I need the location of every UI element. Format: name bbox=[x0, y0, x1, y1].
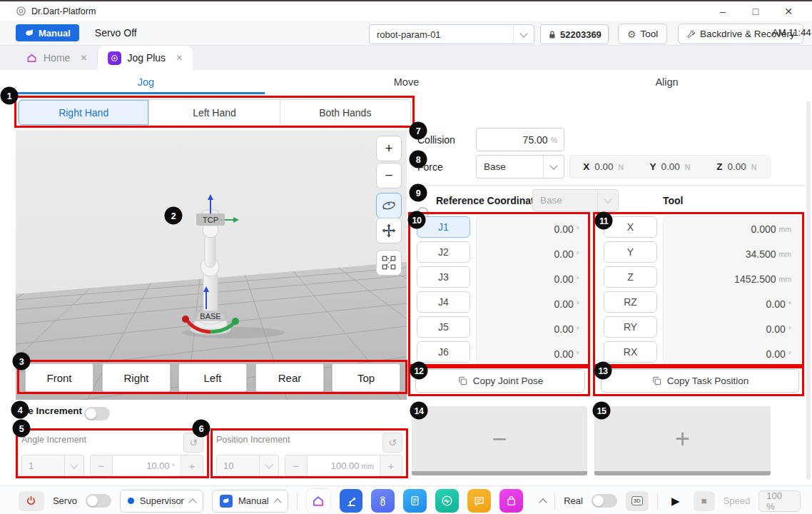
angle-increment-button[interactable]: + bbox=[181, 455, 203, 476]
task-z-button[interactable]: Z bbox=[604, 266, 657, 288]
joint-j4-value: 0.00° bbox=[477, 291, 588, 316]
safety-password-box[interactable]: 52203369 bbox=[540, 24, 609, 44]
jog-plus-pad[interactable]: + bbox=[594, 406, 771, 475]
robot-mode-select[interactable]: Manual bbox=[212, 490, 288, 513]
position-reset-button[interactable]: ↺ bbox=[382, 433, 402, 453]
task-rz-button[interactable]: RZ bbox=[604, 291, 657, 313]
collision-input[interactable]: 75.00 % bbox=[476, 128, 564, 151]
gear-icon: ⚙ bbox=[627, 29, 636, 40]
message-app-icon[interactable] bbox=[467, 489, 491, 513]
minimize-button[interactable]: – bbox=[706, 2, 739, 21]
scrollbar[interactable] bbox=[806, 101, 811, 480]
chat-bubble-icon bbox=[472, 494, 486, 508]
jog-plus-icon bbox=[108, 51, 121, 65]
chevron-down-icon bbox=[604, 195, 611, 203]
view-front-button[interactable]: Front bbox=[25, 363, 93, 392]
zoom-in-button[interactable]: + bbox=[376, 136, 402, 161]
task-rx-button[interactable]: RX bbox=[604, 341, 657, 363]
top-toolbar: Manual Servo Off robot-param-01 52203369… bbox=[0, 21, 812, 46]
view-top-button[interactable]: Top bbox=[332, 363, 400, 392]
robot-3d-viewport[interactable]: TCP BASE + − bbox=[16, 130, 407, 400]
manual-mode-button[interactable]: Manual bbox=[16, 24, 79, 41]
user-role-select[interactable]: Supervisor bbox=[120, 490, 203, 513]
power-button[interactable] bbox=[19, 491, 44, 511]
joint-j2-button[interactable]: J2 bbox=[417, 241, 470, 263]
view-right-button[interactable]: Right bbox=[102, 363, 171, 392]
orbit-tool-button[interactable] bbox=[376, 193, 402, 218]
joint-j4-button[interactable]: J4 bbox=[417, 291, 470, 313]
view-left-button[interactable]: Left bbox=[178, 363, 247, 392]
tab-home[interactable]: Home ✕ bbox=[16, 46, 97, 70]
nav-tab-move[interactable]: Move bbox=[276, 70, 537, 94]
orbit-icon bbox=[381, 198, 397, 213]
base-label: BASE bbox=[200, 312, 220, 321]
joint-j1-button[interactable]: J1 bbox=[417, 216, 470, 238]
task-z-value: 1452.500mm bbox=[664, 266, 800, 291]
angle-reset-button[interactable]: ↺ bbox=[183, 433, 203, 453]
both-hands-button[interactable]: Both Hands bbox=[280, 100, 410, 125]
robot-param-select[interactable]: robot-param-01 bbox=[369, 24, 534, 44]
copy-joint-pose-label: Copy Joint Pose bbox=[473, 376, 543, 386]
position-decrement-button[interactable]: − bbox=[285, 455, 307, 476]
servo-toggle-label: Servo bbox=[53, 495, 77, 506]
pan-tool-button[interactable] bbox=[376, 218, 402, 243]
position-select-value: 10 bbox=[217, 460, 259, 471]
tab-jog-plus[interactable]: Jog Plus ✕ bbox=[98, 46, 193, 70]
collapse-tray-chevron-icon[interactable] bbox=[539, 498, 547, 506]
reference-frame-value: Base bbox=[533, 195, 597, 206]
reference-frame-select[interactable]: Base bbox=[532, 189, 619, 211]
joint-j3-button[interactable]: J3 bbox=[417, 266, 470, 288]
simulator-3d-button[interactable]: 3D bbox=[626, 491, 649, 511]
left-hand-button[interactable]: Left Hand bbox=[148, 100, 279, 125]
position-increment-unit: mm bbox=[362, 462, 375, 470]
task-y-button[interactable]: Y bbox=[604, 241, 657, 263]
jog-app-icon[interactable] bbox=[340, 489, 363, 513]
close-button[interactable]: ✕ bbox=[772, 2, 805, 21]
angle-increment-value: 10.00 bbox=[146, 460, 170, 471]
monitoring-app-icon[interactable] bbox=[435, 489, 459, 513]
play-button[interactable]: ▶ bbox=[666, 495, 685, 508]
tool-button[interactable]: ⚙ Tool bbox=[618, 24, 667, 44]
tab-home-close-icon[interactable]: ✕ bbox=[80, 53, 87, 63]
servo-toggle[interactable] bbox=[86, 494, 111, 508]
task-ry-button[interactable]: RY bbox=[604, 316, 657, 338]
copy-joint-pose-button[interactable]: Copy Joint Pose bbox=[415, 369, 585, 393]
store-app-icon[interactable] bbox=[499, 489, 523, 513]
remote-control-app-icon[interactable] bbox=[371, 489, 395, 513]
copy-task-position-button[interactable]: Copy Task Position bbox=[601, 369, 799, 393]
nav-tab-jog[interactable]: Jog bbox=[16, 70, 276, 94]
joint-j6-button[interactable]: J6 bbox=[417, 341, 470, 363]
use-increment-toggle[interactable] bbox=[84, 407, 110, 420]
toolbar-separator bbox=[609, 26, 609, 41]
position-increment-button[interactable]: + bbox=[380, 455, 402, 476]
tab-jog-plus-close-icon[interactable]: ✕ bbox=[176, 53, 183, 63]
position-increment-select[interactable]: 10 bbox=[216, 455, 279, 477]
window-title: Dr.Dart-Platform bbox=[31, 6, 96, 16]
task-x-button[interactable]: X bbox=[604, 216, 657, 238]
tab-jog-plus-label: Jog Plus bbox=[127, 52, 166, 64]
angle-increment-section: Angle Increment ↺ 1 − 10.00 ° + bbox=[16, 428, 209, 478]
jog-minus-pad[interactable]: − bbox=[412, 406, 587, 475]
maximize-button[interactable]: □ bbox=[739, 2, 772, 21]
task-writer-app-icon[interactable] bbox=[403, 489, 427, 513]
joint-values-panel: 0.00° 0.00° 0.00° 0.00° 0.00° 0.00° bbox=[476, 216, 589, 366]
right-hand-button[interactable]: Right Hand bbox=[19, 100, 148, 125]
force-frame-select[interactable]: Base bbox=[476, 155, 564, 178]
lock-icon bbox=[547, 30, 557, 39]
home-app-icon[interactable] bbox=[306, 488, 331, 513]
angle-decrement-button[interactable]: − bbox=[91, 455, 112, 476]
zoom-out-button[interactable]: − bbox=[376, 163, 402, 188]
angle-increment-select[interactable]: 1 bbox=[21, 455, 84, 477]
stop-button[interactable]: ■ bbox=[694, 491, 715, 511]
joint-j5-button[interactable]: J5 bbox=[417, 316, 470, 338]
chevron-up-icon bbox=[273, 498, 281, 506]
view-rear-button[interactable]: Rear bbox=[255, 363, 324, 392]
power-icon bbox=[26, 495, 36, 506]
chevron-up-icon bbox=[188, 498, 196, 506]
real-mode-toggle[interactable] bbox=[592, 494, 617, 508]
speed-value-box[interactable]: 100 % bbox=[758, 490, 801, 512]
nav-tab-align[interactable]: Align bbox=[537, 70, 797, 94]
measure-tool-button[interactable] bbox=[376, 250, 402, 276]
measure-icon bbox=[381, 255, 397, 271]
pan-icon bbox=[381, 223, 397, 238]
